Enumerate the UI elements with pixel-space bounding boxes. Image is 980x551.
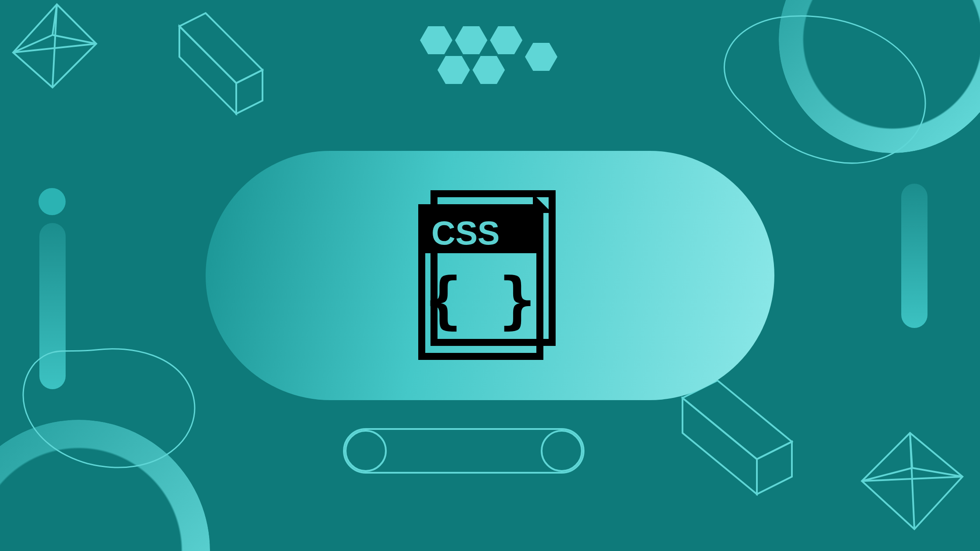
svg-marker-9 — [682, 380, 792, 459]
ring-top-right-icon — [779, 0, 980, 153]
svg-marker-0 — [13, 4, 96, 87]
diamond-bottom-right-icon — [862, 433, 962, 529]
svg-marker-6 — [179, 13, 262, 83]
svg-line-3 — [13, 35, 52, 52]
diamond-top-left-icon — [13, 4, 96, 87]
vertical-pill-right-icon — [901, 184, 928, 328]
prism-top-icon — [179, 13, 262, 114]
svg-point-19 — [346, 431, 386, 471]
svg-line-17 — [910, 433, 912, 468]
svg-marker-10 — [682, 398, 757, 494]
svg-line-13 — [862, 477, 962, 481]
svg-line-15 — [862, 468, 912, 481]
svg-marker-8 — [236, 70, 262, 114]
prism-bottom-right-icon — [682, 380, 792, 494]
css-file-icon: CSS { } — [416, 190, 564, 361]
svg-point-20 — [542, 431, 582, 471]
svg-line-14 — [910, 433, 914, 529]
svg-line-2 — [52, 4, 57, 87]
svg-marker-7 — [179, 26, 236, 114]
svg-line-16 — [912, 468, 962, 477]
vertical-pill-left-icon — [39, 223, 66, 389]
capsule-outline-icon — [341, 426, 586, 479]
svg-marker-12 — [862, 433, 962, 529]
svg-line-4 — [52, 35, 96, 44]
ring-bottom-left-icon — [0, 420, 210, 551]
svg-line-1 — [13, 44, 96, 52]
svg-line-5 — [52, 4, 57, 35]
hero-graphic: CSS { } — [0, 0, 980, 551]
center-card: CSS { } — [206, 151, 774, 400]
braces-text: { } — [425, 265, 536, 336]
svg-marker-11 — [757, 442, 792, 494]
css-label-text: CSS — [431, 214, 500, 251]
dot-left-icon — [38, 188, 66, 215]
